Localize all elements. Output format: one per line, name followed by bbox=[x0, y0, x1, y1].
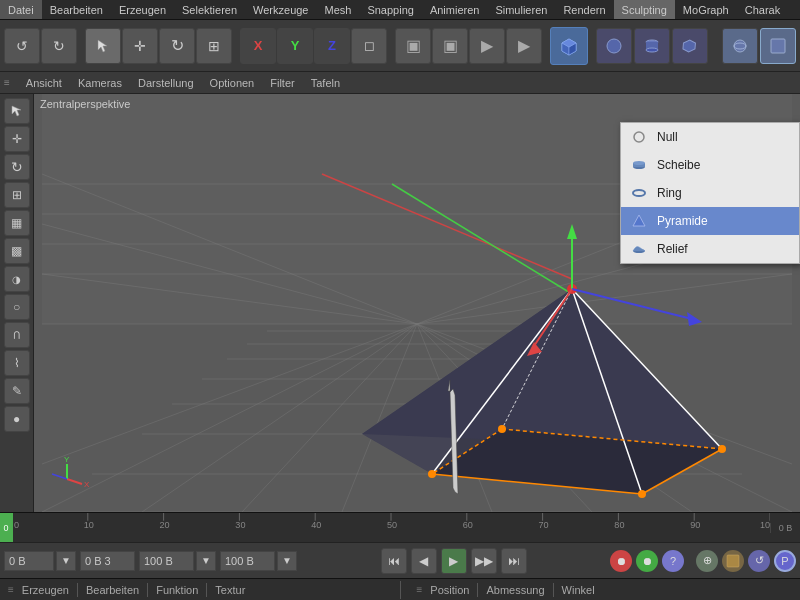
svg-point-64 bbox=[718, 445, 726, 453]
sidebar-rotate[interactable]: ↻ bbox=[4, 154, 30, 180]
dropdown-scheibe[interactable]: Scheibe bbox=[621, 151, 799, 179]
status-abmessung[interactable]: Abmessung bbox=[486, 584, 544, 596]
sidebar-move[interactable]: ✛ bbox=[4, 126, 30, 152]
undo-button[interactable]: ↺ bbox=[4, 28, 40, 64]
status-sep3 bbox=[206, 583, 207, 597]
menu-selektieren[interactable]: Selektieren bbox=[174, 0, 245, 19]
step-fwd-button[interactable]: ▶▶ bbox=[471, 548, 497, 574]
sidebar-mat[interactable]: ◑ bbox=[4, 266, 30, 292]
menu-rendern[interactable]: Rendern bbox=[555, 0, 613, 19]
plane-btn[interactable] bbox=[672, 28, 708, 64]
menu-erzeugen[interactable]: Erzeugen bbox=[111, 0, 174, 19]
toolbar2-filter[interactable]: Filter bbox=[266, 77, 298, 89]
svg-point-8 bbox=[646, 48, 658, 52]
step-back-button[interactable]: ◀ bbox=[411, 548, 437, 574]
sculpt-icon2 bbox=[769, 37, 787, 55]
frame-start-input[interactable] bbox=[4, 551, 54, 571]
nav2-icon bbox=[726, 554, 740, 568]
record-red-button[interactable]: ⏺ bbox=[610, 550, 632, 572]
disc-icon bbox=[629, 155, 649, 175]
dropdown-pyramide[interactable]: Pyramide bbox=[621, 207, 799, 235]
sphere-btn[interactable] bbox=[596, 28, 632, 64]
toolbar2-kameras[interactable]: Kameras bbox=[74, 77, 126, 89]
dropdown-ring[interactable]: Ring bbox=[621, 179, 799, 207]
sidebar-select[interactable] bbox=[4, 98, 30, 124]
goto-end-button[interactable]: ⏭ bbox=[501, 548, 527, 574]
nav-btn1[interactable]: ⊕ bbox=[696, 550, 718, 572]
sculpting-btn2[interactable] bbox=[760, 28, 796, 64]
timeline-bar[interactable]: 0 10 20 30 40 50 60 70 80 90 1 bbox=[12, 513, 770, 542]
sidebar-pattern[interactable]: ▦ bbox=[4, 210, 30, 236]
menu-bearbeiten[interactable]: Bearbeiten bbox=[42, 0, 111, 19]
camera-btn1[interactable]: ▣ bbox=[395, 28, 431, 64]
status-bearbeiten[interactable]: Bearbeiten bbox=[86, 584, 139, 596]
frame-end-input1[interactable] bbox=[139, 551, 194, 571]
redo-button[interactable]: ↻ bbox=[41, 28, 77, 64]
dropdown-relief[interactable]: Relief bbox=[621, 235, 799, 263]
sidebar-scale[interactable]: ⊞ bbox=[4, 182, 30, 208]
axis-y-button[interactable]: Y bbox=[277, 28, 313, 64]
sidebar-circle[interactable]: ○ bbox=[4, 294, 30, 320]
frame-end-down1[interactable]: ▼ bbox=[196, 551, 216, 571]
menu-datei[interactable]: Datei bbox=[0, 0, 42, 19]
camera-btn4[interactable]: ▶ bbox=[506, 28, 542, 64]
primitive-cube-button[interactable] bbox=[550, 27, 588, 65]
frame-start-down[interactable]: ▼ bbox=[56, 551, 76, 571]
status-funktion[interactable]: Funktion bbox=[156, 584, 198, 596]
nav-btn2[interactable] bbox=[722, 550, 744, 572]
move-button[interactable]: ✛ bbox=[122, 28, 158, 64]
viewport[interactable]: Zentralperspektive bbox=[34, 94, 800, 512]
menu-mograph[interactable]: MoGraph bbox=[675, 0, 737, 19]
sidebar-knife[interactable]: ⌇ bbox=[4, 350, 30, 376]
svg-text:90: 90 bbox=[690, 521, 700, 531]
cylinder-btn[interactable] bbox=[634, 28, 670, 64]
toolbar2-ansicht[interactable]: Ansicht bbox=[22, 77, 66, 89]
object-axis-button[interactable]: ◻ bbox=[351, 28, 387, 64]
toolbar2-optionen[interactable]: Optionen bbox=[206, 77, 259, 89]
camera-btn2[interactable]: ▣ bbox=[432, 28, 468, 64]
menu-simulieren[interactable]: Simulieren bbox=[487, 0, 555, 19]
sidebar-texture[interactable]: ▩ bbox=[4, 238, 30, 264]
sidebar-magnet[interactable]: ⊂ bbox=[4, 322, 30, 348]
svg-point-74 bbox=[634, 132, 644, 142]
axis-z-button[interactable]: Z bbox=[314, 28, 350, 64]
status-erzeugen[interactable]: Erzeugen bbox=[22, 584, 69, 596]
menu-mesh[interactable]: Mesh bbox=[316, 0, 359, 19]
sidebar-pen[interactable]: ✎ bbox=[4, 378, 30, 404]
goto-start-button[interactable]: ⏮ bbox=[381, 548, 407, 574]
sidebar-sphere[interactable]: ● bbox=[4, 406, 30, 432]
frame-current-input[interactable] bbox=[80, 551, 135, 571]
menu-snapping[interactable]: Snapping bbox=[359, 0, 422, 19]
play-button[interactable]: ▶ bbox=[441, 548, 467, 574]
nav-btn4[interactable]: P bbox=[774, 550, 796, 572]
menu-charak[interactable]: Charak bbox=[737, 0, 788, 19]
status-position[interactable]: Position bbox=[430, 584, 469, 596]
axis-x-button[interactable]: X bbox=[240, 28, 276, 64]
svg-marker-0 bbox=[98, 40, 107, 52]
svg-text:100: 100 bbox=[760, 521, 770, 531]
toolbar2-darstellung[interactable]: Darstellung bbox=[134, 77, 198, 89]
menu-animieren[interactable]: Animieren bbox=[422, 0, 488, 19]
camera-btn3[interactable]: ▶ bbox=[469, 28, 505, 64]
status-sep5 bbox=[553, 583, 554, 597]
dropdown-null[interactable]: Null bbox=[621, 123, 799, 151]
record-green-button[interactable]: ⏺ bbox=[636, 550, 658, 572]
svg-text:0: 0 bbox=[14, 521, 19, 531]
status-winkel[interactable]: Winkel bbox=[562, 584, 595, 596]
select-button[interactable] bbox=[85, 28, 121, 64]
cylinder-icon bbox=[643, 37, 661, 55]
frame-end-down2[interactable]: ▼ bbox=[277, 551, 297, 571]
frame-end-input2[interactable] bbox=[220, 551, 275, 571]
svg-text:60: 60 bbox=[463, 521, 473, 531]
sculpt-icon1 bbox=[731, 37, 749, 55]
nav-btn3[interactable]: ↺ bbox=[748, 550, 770, 572]
toolbar2-tafeln[interactable]: Tafeln bbox=[307, 77, 344, 89]
menu-sculpting[interactable]: Sculpting bbox=[614, 0, 675, 19]
help-button[interactable]: ? bbox=[662, 550, 684, 572]
rotate-button[interactable]: ↻ bbox=[159, 28, 195, 64]
menu-werkzeuge[interactable]: Werkzeuge bbox=[245, 0, 316, 19]
main-toolbar: ↺ ↻ ✛ ↻ ⊞ X Y Z ◻ ▣ ▣ ▶ ▶ bbox=[0, 20, 800, 72]
sculpting-btn1[interactable] bbox=[722, 28, 758, 64]
status-textur[interactable]: Textur bbox=[215, 584, 245, 596]
scale-button[interactable]: ⊞ bbox=[196, 28, 232, 64]
